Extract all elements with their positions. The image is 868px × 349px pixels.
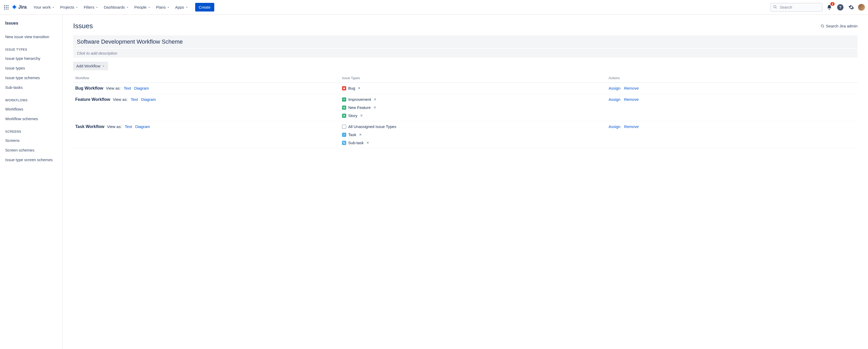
chevron-down-icon (126, 6, 129, 9)
new-feature-icon (342, 105, 346, 110)
svg-rect-3 (4, 7, 5, 7)
sidebar-link-screen-schemes[interactable]: Screen schemes (0, 145, 62, 155)
sidebar-link-issue-type-schemes[interactable]: Issue type schemes (0, 73, 62, 83)
notification-badge: 2 (830, 2, 835, 6)
svg-line-12 (823, 27, 824, 27)
col-workflow: Workflow (73, 73, 340, 83)
chevron-down-icon (75, 6, 79, 9)
view-diagram-link[interactable]: Diagram (135, 124, 150, 129)
view-text-link[interactable]: Text (131, 97, 138, 102)
remove-issue-type-icon[interactable]: ✕ (360, 114, 363, 118)
sidebar-link-workflow-schemes[interactable]: Workflow schemes (0, 114, 62, 124)
unassigned-icon (342, 125, 346, 129)
scheme-name[interactable]: Software Development Workflow Scheme (73, 35, 858, 48)
issue-type-row: Sub-task✕ (342, 140, 604, 145)
issue-type-name: Bug (348, 86, 355, 90)
svg-rect-0 (4, 5, 5, 6)
workflow-name: Feature Workflow (75, 97, 110, 102)
add-workflow-button[interactable]: Add Workflow (73, 62, 108, 70)
issue-type-name: Sub-task (348, 140, 364, 145)
nav-item-apps[interactable]: Apps (173, 3, 191, 11)
nav-item-your-work[interactable]: Your work (31, 3, 58, 11)
issue-type-row: New Feature✕ (342, 105, 604, 110)
remove-issue-type-icon[interactable]: ✕ (366, 141, 369, 145)
sidebar-link-new-issue-view-transition[interactable]: New issue view transition (0, 32, 62, 41)
remove-link[interactable]: Remove (624, 97, 639, 102)
view-as-label: View as: (113, 97, 127, 102)
issue-type-row: Story✕ (342, 114, 604, 118)
help-icon[interactable]: ? (836, 3, 844, 11)
jira-logo-text: Jira (18, 4, 27, 10)
view-diagram-link[interactable]: Diagram (134, 86, 149, 90)
issue-type-name: New Feature (348, 105, 371, 110)
table-row: Task WorkflowView as:TextDiagramAll Unas… (73, 121, 858, 148)
main-content: Issues Search Jira admin Software Develo… (63, 14, 868, 349)
sidebar-link-issue-type-hierarchy[interactable]: Issue type hierarchy (0, 54, 62, 63)
remove-issue-type-icon[interactable]: ✕ (373, 105, 376, 109)
svg-rect-4 (6, 7, 6, 7)
nav-item-projects[interactable]: Projects (58, 3, 81, 11)
chevron-down-icon (102, 65, 105, 68)
remove-link[interactable]: Remove (624, 124, 639, 129)
table-row: Feature WorkflowView as:TextDiagramImpro… (73, 94, 858, 121)
remove-issue-type-icon[interactable]: ✕ (374, 97, 376, 101)
view-diagram-link[interactable]: Diagram (141, 97, 156, 102)
sidebar-link-workflows[interactable]: Workflows (0, 104, 62, 114)
avatar[interactable] (858, 4, 865, 11)
nav-item-dashboards[interactable]: Dashboards (101, 3, 132, 11)
issue-type-name: Task (348, 132, 356, 137)
svg-rect-2 (7, 5, 8, 6)
sidebar-link-issue-types[interactable]: Issue types (0, 63, 62, 73)
sidebar-link-issue-type-screen-schemes[interactable]: Issue type screen schemes (0, 155, 62, 165)
story-icon (342, 114, 346, 118)
assign-link[interactable]: Assign (609, 124, 620, 129)
chevron-down-icon (148, 6, 151, 9)
search-input[interactable] (770, 3, 823, 12)
svg-line-10 (776, 7, 777, 8)
notifications-icon[interactable]: 2 (825, 3, 834, 11)
settings-icon[interactable] (847, 3, 856, 11)
nav-item-plans[interactable]: Plans (153, 3, 173, 11)
workflow-table: Workflow Issue Types Actions Bug Workflo… (73, 73, 858, 148)
sidebar-link-sub-tasks[interactable]: Sub-tasks (0, 83, 62, 92)
app-switcher-icon[interactable] (3, 4, 9, 10)
svg-point-13 (343, 88, 345, 89)
svg-rect-6 (4, 9, 5, 9)
global-search (770, 3, 823, 12)
chevron-down-icon (52, 6, 55, 9)
remove-link[interactable]: Remove (624, 86, 639, 90)
search-icon (773, 5, 777, 10)
svg-rect-8 (7, 9, 8, 9)
chevron-down-icon (185, 6, 188, 9)
assign-link[interactable]: Assign (609, 86, 620, 90)
nav-item-filters[interactable]: Filters (81, 3, 101, 11)
task-icon (342, 133, 346, 137)
svg-point-11 (821, 25, 824, 27)
assign-link[interactable]: Assign (609, 97, 620, 102)
jira-logo[interactable]: Jira (11, 4, 27, 10)
view-text-link[interactable]: Text (125, 124, 132, 129)
bug-icon (342, 86, 346, 90)
view-as-label: View as: (107, 124, 122, 129)
admin-search-label: Search Jira admin (826, 24, 858, 28)
issue-type-name: Story (348, 114, 358, 118)
top-navigation: Jira Your workProjectsFiltersDashboardsP… (0, 0, 868, 14)
sidebar-link-screens[interactable]: Screens (0, 135, 62, 145)
svg-rect-15 (343, 107, 345, 108)
col-issue-types: Issue Types (340, 73, 607, 83)
sidebar-title: Issues (0, 21, 62, 26)
workflow-name: Task Workflow (75, 124, 104, 129)
create-button[interactable]: Create (195, 3, 214, 11)
remove-issue-type-icon[interactable]: ✕ (358, 86, 361, 90)
issue-type-row: Task✕ (342, 132, 604, 137)
issue-type-row: Bug✕ (342, 86, 604, 90)
search-jira-admin[interactable]: Search Jira admin (820, 24, 858, 28)
scheme-description[interactable]: Click to add description (73, 49, 858, 58)
svg-point-9 (774, 5, 776, 7)
issue-type-name: All Unassigned Issue Types (348, 124, 396, 129)
chevron-down-icon (95, 6, 98, 9)
nav-item-people[interactable]: People (132, 3, 153, 11)
workflow-name: Bug Workflow (75, 86, 103, 91)
remove-issue-type-icon[interactable]: ✕ (359, 133, 362, 137)
view-text-link[interactable]: Text (124, 86, 131, 90)
